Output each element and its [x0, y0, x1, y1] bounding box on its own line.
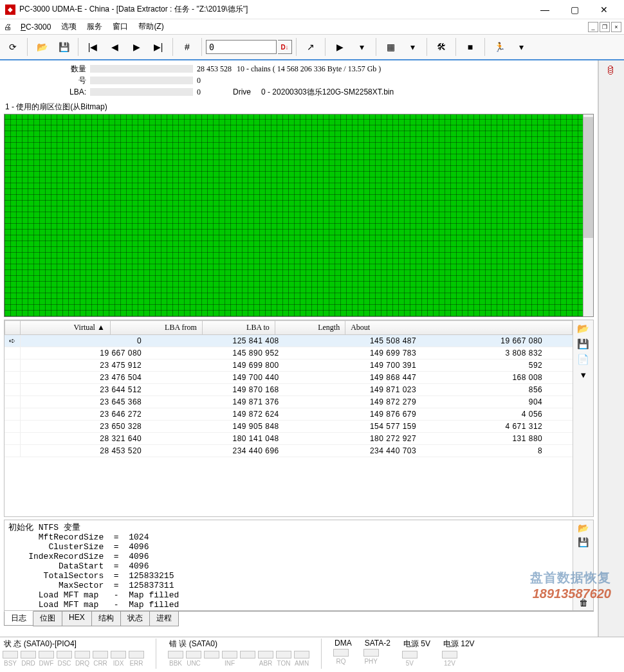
table-row[interactable]: 23 650 328149 905 848154 577 1594 671 31…	[5, 421, 573, 433]
led-CRR: CRR	[93, 651, 108, 667]
close-button[interactable]: ✕	[589, 0, 619, 19]
dropdown-icon[interactable]: ▾	[351, 37, 372, 57]
person-icon[interactable]: 🏃	[489, 37, 509, 57]
table-row[interactable]: 28 321 640180 141 048180 272 927131 880	[5, 433, 573, 445]
led-DSC: DSC	[57, 651, 72, 667]
menu-help[interactable]: 帮助(Z)	[133, 20, 169, 33]
sector-bitmap[interactable]	[4, 114, 594, 317]
p5-title: 电源 5V	[402, 639, 430, 649]
mdi-minimize[interactable]: _	[588, 22, 598, 32]
error-title: 错 误 (SATA0)	[168, 639, 309, 649]
next-icon[interactable]: ▶	[126, 37, 147, 57]
table-row[interactable]: 23 644 512149 870 168149 871 023856	[5, 384, 573, 396]
first-icon[interactable]: |◀	[82, 37, 103, 57]
led-IDX: IDX	[111, 651, 126, 667]
table-row[interactable]: 19 667 080145 890 952149 699 7833 808 83…	[5, 347, 573, 359]
prev-icon[interactable]: ◀	[104, 37, 125, 57]
dma-title: DMA	[333, 639, 352, 648]
play-icon[interactable]: ▶	[329, 37, 350, 57]
refresh-icon[interactable]: ⟳	[3, 37, 23, 57]
status-title: 状 态 (SATA0)-[PIO4]	[3, 639, 144, 649]
table-save-icon[interactable]: 💾	[577, 338, 589, 350]
led-BSY: BSY	[3, 651, 18, 667]
minimize-button[interactable]: —	[530, 0, 560, 19]
led-DRD: DRD	[21, 651, 36, 667]
tools-icon[interactable]: 🛠	[431, 37, 452, 57]
log-open-icon[interactable]: 📂	[578, 523, 589, 533]
table-row[interactable]: 23 645 368149 871 376149 872 279904	[5, 396, 573, 408]
dropdown2-icon[interactable]: ▾	[402, 37, 423, 57]
bitmap-title: 1 - 使用的扇区位图(从Bitmap)	[0, 100, 598, 114]
tab-2[interactable]: HEX	[62, 612, 92, 626]
count-bar	[90, 65, 193, 73]
mdi-restore[interactable]: ❐	[600, 22, 610, 32]
tab-1[interactable]: 位图	[33, 612, 62, 626]
open-icon[interactable]: 📂	[32, 37, 52, 57]
matrix-icon[interactable]: ▦	[380, 37, 401, 57]
export-icon[interactable]: ↗	[300, 37, 321, 57]
led-AMN: AMN	[294, 651, 309, 667]
chain-table: Virtual ▲LBA fromLBA toLengthAbout ➪0125…	[4, 320, 594, 517]
table-row[interactable]: 28 453 520234 440 696234 440 7038	[5, 445, 573, 457]
log-clear-icon[interactable]: 🗑	[579, 597, 588, 608]
num-value: 0	[197, 76, 201, 86]
address-input[interactable]	[206, 40, 277, 54]
log-save-icon[interactable]: 💾	[578, 537, 589, 547]
bitmap-scrollbar[interactable]	[583, 114, 593, 316]
menu-service[interactable]: 服务	[82, 20, 107, 33]
table-row[interactable]: 23 476 504149 700 440149 868 447168 008	[5, 372, 573, 384]
info-panel: 数量 28 453 528 10 - chains ( 14 568 206 3…	[0, 60, 598, 100]
lba-value: 0	[197, 87, 201, 97]
save-icon[interactable]: 💾	[53, 37, 74, 57]
window-title: PC-3000 UDMA-E - China - [Data Extractor…	[19, 4, 530, 15]
lba-bar	[90, 88, 193, 96]
address-unit[interactable]: D↓	[278, 40, 292, 54]
table-menu-icon[interactable]: ▾	[581, 369, 586, 381]
col-header[interactable]: Length	[275, 321, 345, 335]
col-header[interactable]: LBA to	[202, 321, 275, 335]
side-toolbar: 🛢	[598, 60, 624, 637]
app-icon: ◆	[5, 5, 15, 15]
grid-icon[interactable]: #	[177, 37, 197, 57]
led-BBK: BBK	[168, 651, 183, 667]
table-doc-icon[interactable]: 📄	[577, 354, 589, 365]
menu-options[interactable]: 选项	[56, 20, 82, 33]
table-row[interactable]: 23 475 912149 699 800149 700 391592	[5, 359, 573, 372]
stop-icon[interactable]: ■	[460, 37, 481, 57]
led-blank	[240, 651, 255, 667]
count-value: 28 453 528	[197, 64, 232, 74]
dropdown3-icon[interactable]: ▾	[511, 37, 531, 57]
col-header[interactable]: About	[345, 321, 573, 335]
led-ABR: ABR	[258, 651, 273, 667]
col-header[interactable]: Virtual ▲	[21, 321, 111, 335]
led-INF: INF	[222, 651, 237, 667]
maximize-button[interactable]: ▢	[560, 0, 589, 19]
led-PHY: PHY	[363, 649, 379, 665]
table-row[interactable]: 23 646 272149 872 624149 876 6794 056	[5, 408, 573, 421]
led-DWF: DWF	[39, 651, 54, 667]
led-TON: TON	[276, 651, 291, 667]
table-open-icon[interactable]: 📂	[577, 323, 589, 334]
table-row[interactable]: ➪0125 841 408145 508 48719 667 080	[5, 335, 573, 347]
db-icon[interactable]: 🛢	[601, 63, 619, 78]
tab-3[interactable]: 结构	[91, 612, 121, 626]
led-UNC: UNC	[186, 651, 201, 667]
menu-window[interactable]: 窗口	[107, 20, 133, 33]
p12-title: 电源 12V	[442, 639, 475, 649]
bottom-tabs: 日志位图HEX结构状态进程	[4, 611, 594, 626]
led-blank	[204, 651, 219, 667]
mdi-close[interactable]: ×	[611, 22, 621, 32]
led-RQ: RQ	[333, 649, 349, 665]
tab-0[interactable]: 日志	[4, 611, 33, 626]
num-label: 号	[51, 75, 90, 86]
tab-5[interactable]: 进程	[149, 612, 179, 626]
tab-4[interactable]: 状态	[120, 612, 150, 626]
count-extra: 10 - chains ( 14 568 206 336 Byte / 13.5…	[237, 64, 381, 74]
log-output: 初始化 NTFS 变量 MftRecordSize = 1024 Cluster…	[5, 520, 573, 610]
last-icon[interactable]: ▶|	[148, 37, 169, 57]
menu-pc3000[interactable]: PPC-3000C-3000	[15, 21, 56, 33]
lba-label: LBA:	[51, 87, 90, 96]
print-icon[interactable]: 🖨	[3, 22, 13, 32]
col-header[interactable]: LBA from	[110, 321, 202, 335]
led-ERR: ERR	[129, 651, 144, 667]
